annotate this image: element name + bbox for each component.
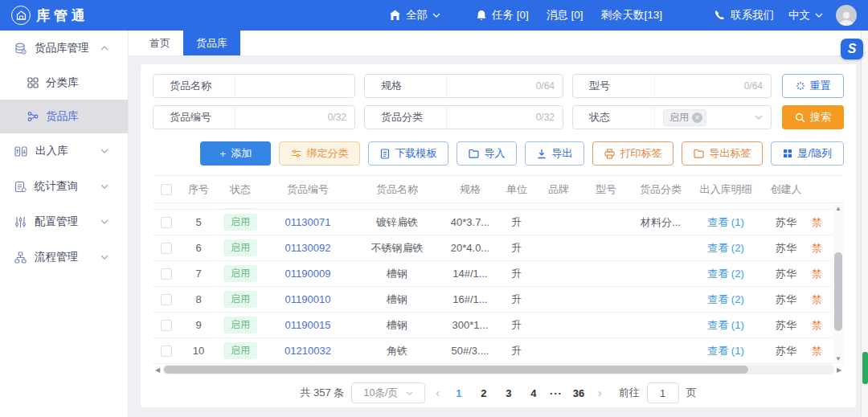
goods-code-input[interactable] [244,112,323,124]
model-input[interactable] [663,80,739,92]
status-badge: 启用 [223,317,257,333]
contact-us-menu[interactable]: 联系我们 [714,8,774,22]
reset-button[interactable]: 重置 [782,74,844,98]
page-number[interactable]: 36 [570,387,588,399]
view-detail-link[interactable]: 查看 (2) [707,268,744,280]
status-badge: 启用 [223,342,257,359]
main-content: 首页 货品库 S 货品名称 规格 0/64 型号 0/64 [129,31,868,417]
view-detail-link[interactable]: 查看 (1) [707,216,744,228]
sidebar-group-in-out-warehouse[interactable]: 出入库 [0,133,128,169]
goods-code-link[interactable]: 01190010 [285,293,331,305]
header-model: 型号 [582,182,630,197]
print-label-button[interactable]: 打印标签 [592,141,674,166]
goods-code-link[interactable]: 01190009 [285,268,331,280]
scroll-left-arrow-icon[interactable]: ◀ [153,366,162,374]
page-number[interactable]: 1 [450,387,468,399]
goods-code-link[interactable]: 01130092 [285,242,331,254]
tab-goods-library[interactable]: 货品库 [183,31,240,55]
view-detail-link[interactable]: 查看 (2) [707,293,744,305]
spec-input[interactable] [455,80,531,92]
spec-counter: 0/64 [531,80,555,92]
header-creator: 创建人 [760,182,812,197]
messages-menu[interactable]: 消息 [0] [547,8,583,22]
page-scroll-thumb[interactable] [862,352,868,384]
row-checkbox[interactable] [161,268,172,280]
view-detail-link[interactable]: 查看 (1) [707,345,744,357]
scroll-right-arrow-icon[interactable]: ▶ [834,366,844,374]
row-checkbox[interactable] [161,243,172,254]
table-horizontal-scrollbar[interactable]: ◀ ▶ [153,364,844,375]
table-toolbar: + 添加 绑定分类 下载模板 导入 [153,141,844,166]
scroll-down-arrow-icon[interactable]: ▼ [835,354,841,364]
select-all-checkbox[interactable] [161,184,172,195]
clipped-action-link[interactable]: 禁 [812,318,821,333]
page-scrollbar[interactable] [861,31,868,417]
status-badge: 启用 [223,291,257,308]
goods-code-link[interactable]: 01210032 [285,345,331,357]
row-checkbox[interactable] [161,345,172,357]
add-button[interactable]: + 添加 [200,141,271,166]
header-seq: 序号 [180,182,217,197]
user-avatar[interactable] [836,5,857,26]
row-checkbox[interactable] [161,217,172,228]
goods-code-link[interactable]: 01190015 [285,319,331,331]
clipped-action-link[interactable]: 禁 [812,215,821,230]
sidebar-group-process-management[interactable]: 流程管理 [0,239,128,275]
download-icon [537,149,547,159]
page-unit-label: 页 [686,386,697,400]
status-field: 状态 启用 × [572,105,772,129]
table-vertical-scrollbar[interactable]: ▲ ▼ [833,204,844,364]
bind-category-button[interactable]: 绑定分类 [279,141,360,166]
clipped-action-link[interactable]: 禁 [812,241,821,256]
export-button[interactable]: 导出 [525,141,584,166]
category-counter: 0/32 [531,112,555,123]
scroll-up-arrow-icon[interactable]: ▲ [835,204,841,214]
spec-field: 规格 0/64 [364,74,563,98]
person-icon [837,10,855,26]
language-dropdown[interactable]: 中文 [788,8,823,22]
download-template-button[interactable]: 下载模板 [368,141,448,166]
page-number[interactable]: 3 [500,387,518,399]
sidebar-item-category-library[interactable]: 分类库 [0,66,128,100]
page-number[interactable]: 4 [525,387,542,399]
import-button[interactable]: 导入 [457,141,517,166]
category-label: 货品分类 [365,106,447,129]
sidebar-group-goods-library[interactable]: 货品库管理 [0,31,128,66]
view-detail-link[interactable]: 查看 (1) [707,319,744,331]
pagination-bar: 共 357 条 10条/页 ‹ 1 2 3 4 ··· 36 › 前往 页 [153,377,844,409]
category-input[interactable] [455,112,531,124]
vertical-scroll-thumb[interactable] [834,252,842,331]
warehouse-scope-dropdown[interactable]: 全部 [389,8,440,22]
goods-name-label: 货品名称 [154,75,235,97]
page-size-select[interactable]: 10条/页 [351,382,425,403]
clipped-action-link[interactable]: 禁 [812,344,821,358]
tasks-menu[interactable]: 任务 [0] [476,8,529,22]
goto-page-input[interactable] [647,382,679,403]
goods-code-link[interactable]: 01130071 [285,216,331,228]
page-number[interactable]: 2 [475,387,493,399]
search-button[interactable]: 搜索 [782,105,844,129]
sidebar-group-statistics-query[interactable]: 统计查询 [0,169,128,204]
house-logo-icon [11,6,31,25]
floating-assistant-widget[interactable]: S [841,39,863,59]
row-checkbox[interactable] [161,320,172,331]
clipped-action-link[interactable]: 禁 [812,267,821,281]
sidebar-item-goods-library[interactable]: 货品库 [0,100,128,133]
export-label-button[interactable]: 导出标签 [682,141,763,166]
tab-home[interactable]: 首页 [137,31,183,55]
page-ellipsis[interactable]: ··· [550,387,563,399]
view-detail-link[interactable]: 查看 (2) [707,242,744,254]
goods-code-label: 货品编号 [154,106,235,129]
goods-name-input[interactable] [244,80,346,92]
close-icon[interactable]: × [692,112,702,123]
model-label: 型号 [573,75,655,97]
show-hide-columns-button[interactable]: 显/隐列 [771,141,844,166]
row-checkbox[interactable] [161,294,172,305]
table-row: 6 启用 01130092 不锈钢扁铁 20*4.0... 升 查看 (2) 苏… [153,235,844,261]
clipped-action-link[interactable]: 禁 [812,292,821,307]
next-page-arrow[interactable]: › [595,386,605,399]
prev-page-arrow[interactable]: ‹ [432,386,443,399]
horizontal-scroll-thumb[interactable] [164,366,748,374]
status-select[interactable]: 启用 × [655,106,771,129]
sidebar-group-configuration[interactable]: 配置管理 [0,204,128,239]
